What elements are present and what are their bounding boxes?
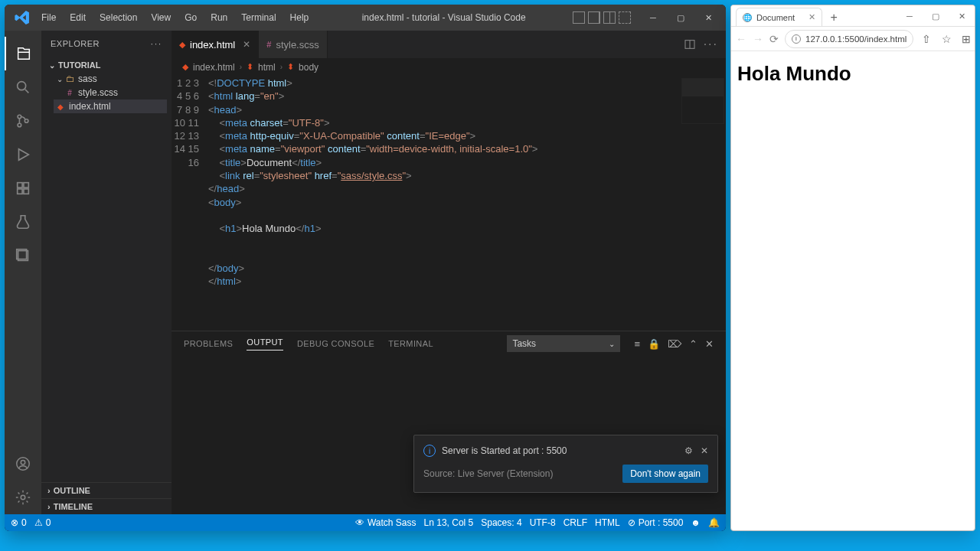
vscode-logo-icon: [14, 9, 31, 26]
address-bar[interactable]: i 127.0.0.1:5500/index.html: [785, 30, 913, 48]
browser-close-button[interactable]: ✕: [949, 6, 975, 26]
status-encoding[interactable]: UTF-8: [530, 517, 556, 528]
minimap[interactable]: [681, 78, 724, 124]
menu-terminal[interactable]: Terminal: [235, 9, 282, 26]
layout-icon[interactable]: [573, 11, 585, 24]
remote-icon[interactable]: [5, 239, 41, 272]
status-language[interactable]: HTML: [595, 517, 620, 528]
browser-tab[interactable]: 🌐 Document ✕: [736, 8, 822, 26]
file-style-scss[interactable]: #style.scss: [54, 86, 167, 99]
explorer-title: EXPLORER: [51, 39, 100, 48]
editor-area: ◆ index.html ✕ # style.scss ··· ◆ index.…: [172, 31, 726, 514]
toast-source: Source: Live Server (Extension): [423, 468, 553, 479]
site-info-icon[interactable]: i: [792, 34, 801, 44]
status-bell-icon[interactable]: 🔔: [708, 517, 720, 528]
browser-minimize-button[interactable]: ─: [897, 6, 923, 26]
close-tab-icon[interactable]: ✕: [243, 39, 250, 50]
menu-help[interactable]: Help: [284, 9, 315, 26]
browser-tabbar: 🌐 Document ✕ + ─ ▢ ✕: [731, 5, 975, 27]
browser-maximize-button[interactable]: ▢: [923, 6, 949, 26]
menu-view[interactable]: View: [145, 9, 177, 26]
menu-bar: File Edit Selection View Go Run Terminal…: [35, 9, 315, 26]
minimize-button[interactable]: ─: [640, 7, 666, 28]
status-port[interactable]: ⊘ Port : 5500: [628, 517, 684, 528]
svg-rect-4: [18, 183, 22, 187]
new-tab-button[interactable]: +: [825, 9, 842, 26]
share-icon[interactable]: ⇧: [920, 32, 933, 46]
menu-go[interactable]: Go: [178, 9, 203, 26]
extension-icon[interactable]: ⊞: [959, 32, 973, 46]
breadcrumbs[interactable]: ◆ index.html› ⬍ html› ⬍ body: [172, 58, 726, 77]
svg-point-2: [18, 123, 21, 127]
layout-controls: [573, 11, 631, 24]
close-button[interactable]: ✕: [695, 7, 721, 28]
panel-debug-console[interactable]: DEBUG CONSOLE: [297, 339, 374, 348]
output-channel-select[interactable]: Tasks⌄: [507, 335, 620, 352]
page-favicon-icon: 🌐: [743, 13, 752, 22]
menu-selection[interactable]: Selection: [93, 9, 143, 26]
svg-rect-5: [24, 183, 28, 187]
layout-icon[interactable]: [588, 11, 600, 24]
panel-problems[interactable]: PROBLEMS: [184, 339, 233, 348]
panel-close-icon[interactable]: ✕: [705, 338, 714, 350]
accounts-icon[interactable]: [5, 447, 41, 481]
maximize-button[interactable]: ▢: [668, 7, 694, 28]
svg-point-12: [21, 495, 25, 500]
layout-icon[interactable]: [603, 11, 616, 24]
editor-more-icon[interactable]: ···: [704, 37, 718, 51]
panel-expand-icon[interactable]: ⌃: [689, 338, 697, 350]
menu-file[interactable]: File: [35, 9, 62, 26]
status-feedback-icon[interactable]: ☻: [691, 517, 701, 528]
extensions-icon[interactable]: [5, 171, 41, 205]
code-lines[interactable]: <!DOCTYPE html> <html lang="en"> <head> …: [208, 77, 726, 331]
project-section[interactable]: ⌄TUTORIAL: [46, 58, 167, 72]
outline-section[interactable]: ›OUTLINE: [41, 482, 172, 498]
status-eol[interactable]: CRLF: [564, 517, 587, 528]
back-button[interactable]: ←: [736, 31, 746, 47]
timeline-section[interactable]: ›TIMELINE: [41, 498, 172, 514]
reload-button[interactable]: ⟳: [769, 31, 779, 47]
run-debug-icon[interactable]: [5, 138, 41, 171]
status-watch-sass[interactable]: 👁 Watch Sass: [355, 517, 416, 528]
browser-window: 🌐 Document ✕ + ─ ▢ ✕ ← → ⟳ i 127.0.0.1:5…: [730, 5, 975, 531]
toast-gear-icon[interactable]: ⚙: [684, 445, 693, 456]
panel-output[interactable]: OUTPUT: [247, 337, 283, 350]
toast-message: Server is Started at port : 5500: [442, 445, 567, 456]
explorer-icon[interactable]: [5, 37, 41, 70]
file-index-html[interactable]: ◆index.html: [54, 99, 167, 113]
svg-point-11: [21, 460, 25, 465]
status-spaces[interactable]: Spaces: 4: [481, 517, 521, 528]
forward-button[interactable]: →: [753, 31, 763, 47]
menu-edit[interactable]: Edit: [64, 9, 92, 26]
testing-icon[interactable]: [5, 205, 41, 239]
explorer-more-icon[interactable]: ···: [151, 39, 162, 48]
panel-lock-icon[interactable]: 🔒: [648, 338, 660, 350]
layout-icon[interactable]: [619, 11, 631, 24]
editor-tabs: ◆ index.html ✕ # style.scss ···: [172, 31, 726, 58]
panel-list-icon[interactable]: ≡: [634, 338, 640, 350]
folder-sass[interactable]: ⌄🗀sass: [54, 72, 167, 86]
split-editor-icon[interactable]: [684, 38, 696, 51]
status-cursor-pos[interactable]: Ln 13, Col 5: [424, 517, 474, 528]
panel-terminal[interactable]: TERMINAL: [388, 339, 433, 348]
status-warnings[interactable]: ⚠ 0: [34, 517, 51, 528]
code-editor[interactable]: 1 2 3 4 5 6 7 8 9 10 11 12 13 14 15 16 <…: [172, 77, 726, 331]
source-control-icon[interactable]: [5, 104, 41, 138]
settings-icon[interactable]: [5, 481, 41, 514]
svg-rect-6: [18, 189, 22, 194]
page-heading: Hola Mundo: [737, 62, 969, 86]
bookmark-icon[interactable]: ☆: [939, 32, 953, 46]
search-icon[interactable]: [5, 70, 41, 104]
notification-toast: i Server is Started at port : 5500 ⚙ ✕ S…: [413, 435, 718, 493]
status-errors[interactable]: ⊗ 0: [11, 517, 27, 528]
vscode-window: File Edit Selection View Go Run Terminal…: [5, 5, 726, 531]
tab-index-html[interactable]: ◆ index.html ✕: [172, 31, 259, 58]
menu-run[interactable]: Run: [204, 9, 234, 26]
close-tab-icon[interactable]: ✕: [808, 12, 815, 22]
panel-clear-icon[interactable]: ⌦: [668, 338, 681, 350]
svg-point-3: [24, 119, 28, 123]
svg-rect-7: [24, 189, 28, 194]
toast-close-icon[interactable]: ✕: [701, 445, 708, 456]
tab-style-scss[interactable]: # style.scss: [259, 31, 327, 58]
dont-show-again-button[interactable]: Don't show again: [622, 465, 708, 483]
